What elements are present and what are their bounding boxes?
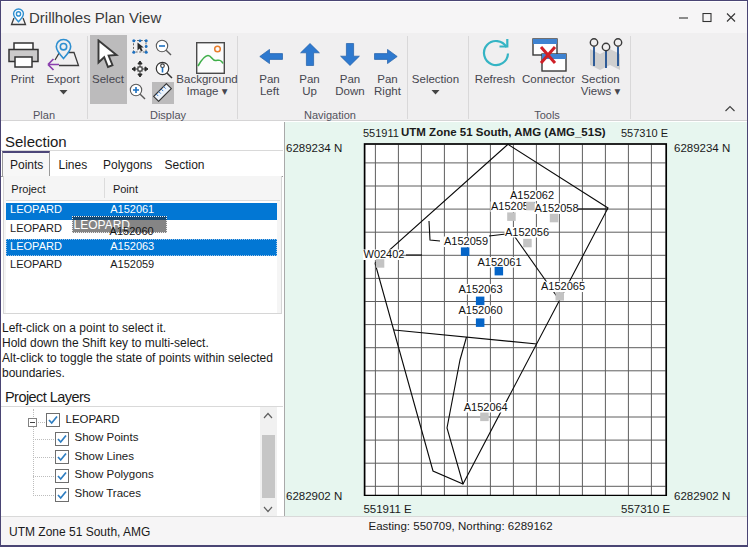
svg-text:A152064: A152064	[464, 401, 508, 413]
svg-text:A152061: A152061	[478, 256, 522, 268]
svg-text:A152059: A152059	[444, 235, 488, 247]
svg-text:A152065: A152065	[541, 280, 585, 292]
svg-text:A152060: A152060	[459, 304, 503, 316]
svg-text:A152058: A152058	[535, 202, 579, 214]
svg-text:A152063: A152063	[459, 283, 503, 295]
svg-text:A152056: A152056	[505, 226, 549, 238]
svg-text:W02402: W02402	[364, 248, 405, 260]
